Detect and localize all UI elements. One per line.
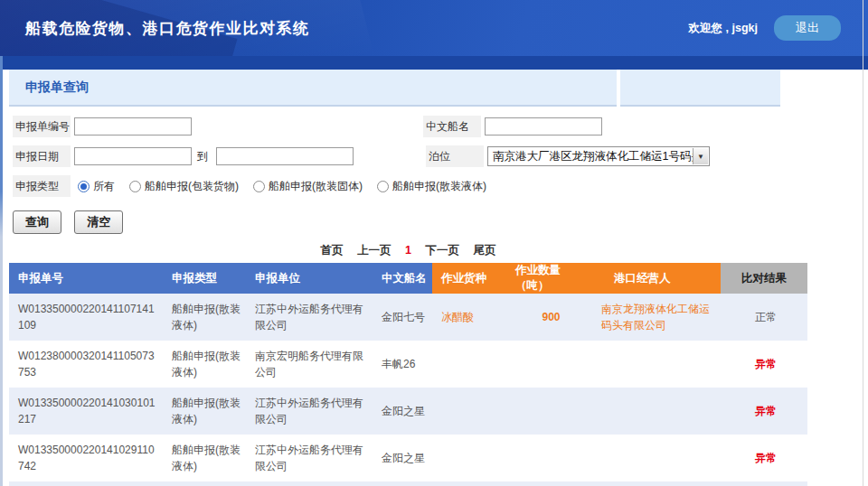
cell-quantity: 600 — [506, 481, 592, 486]
form-row-3: 申报类型 所有 船舶申报(包装货物) 船舶申报(散装固体) 船舶申报(散装液体) — [13, 175, 868, 197]
cell-port-operator — [592, 388, 721, 435]
col-ship-name: 中文船名 — [373, 263, 432, 294]
cell-declaration-no: W012380000320141105073753 — [9, 341, 163, 388]
form-actions: 查询 清空 — [13, 210, 868, 234]
status-badge: 异常 — [755, 358, 777, 370]
date-joiner-label: 到 — [197, 149, 208, 164]
cell-declaration-no: W013350000220141107141109 — [9, 294, 163, 341]
table-row: W013350000220141107141109 船舶申报(散装液体) 江苏中… — [9, 294, 807, 341]
col-port-operator: 港口经营人 — [592, 263, 721, 294]
declaration-no-input[interactable] — [74, 117, 192, 136]
cell-declaration-type: 船舶申报(散装液体) — [163, 435, 246, 481]
declaration-type-radio-group: 所有 船舶申报(包装货物) 船舶申报(散装固体) 船舶申报(散装液体) — [78, 179, 501, 194]
results-table: 申报单号 申报类型 申报单位 中文船名 作业货种 作业数量（吨） 港口经营人 比… — [9, 263, 807, 486]
status-badge: 异常 — [755, 405, 777, 417]
berth-select[interactable]: 南京港大厂港区龙翔液体化工储运1号码头 ▼ — [487, 146, 710, 166]
tab-strip-spacer — [620, 70, 780, 107]
cell-declaration-type: 船舶申报(散装液体) — [163, 388, 246, 435]
radio-option-label: 船舶申报(包装货物) — [145, 179, 239, 194]
cell-cargo-type — [432, 388, 506, 435]
col-cargo-type: 作业货种 — [432, 263, 506, 294]
col-declaration-no: 申报单号 — [9, 263, 163, 294]
cell-port-operator — [592, 341, 721, 388]
declaration-type-label: 申报类型 — [13, 175, 71, 197]
cell-compare-result: 正常 — [721, 294, 807, 341]
radio-option-packaged[interactable]: 船舶申报(包装货物) — [129, 179, 239, 194]
user-area: 欢迎您 , jsgkj 退出 — [689, 15, 868, 41]
table-row: W013350000220141029110742 船舶申报(散装液体) 江苏中… — [9, 435, 807, 481]
cell-declaration-unit: 江西东港航运有限公司 — [246, 481, 373, 486]
cell-ship-name: 金阳之星 — [373, 388, 432, 435]
cell-compare-result: 异常 — [721, 341, 807, 388]
radio-icon[interactable] — [253, 181, 265, 192]
declaration-no-label: 申报单编号 — [13, 116, 71, 137]
pagination-current-page: 1 — [405, 244, 411, 257]
cell-quantity — [506, 435, 592, 481]
date-to-input[interactable] — [216, 147, 354, 165]
cell-port-operator — [592, 435, 721, 481]
app-header: 船载危险货物、港口危货作业比对系统 欢迎您 , jsgkj 退出 — [0, 0, 868, 56]
table-row: W013350000220141030101217 船舶申报(散装液体) 江苏中… — [9, 388, 807, 435]
tab-label: 申报单查询 — [25, 79, 89, 96]
logout-button[interactable]: 退出 — [774, 15, 841, 41]
cell-cargo-type: 甲醇 — [432, 481, 506, 486]
cell-cargo-type — [432, 435, 506, 481]
berth-selected-value: 南京港大厂港区龙翔液体化工储运1号码头 — [493, 149, 703, 164]
form-row-1: 申报单编号 中文船名 — [13, 116, 868, 137]
radio-icon[interactable] — [129, 181, 141, 192]
cell-port-operator: 南京龙翔液体化工储运码头有限公司 — [592, 294, 721, 341]
ship-name-label: 中文船名 — [423, 116, 481, 137]
cell-declaration-no: W013350000220141029110742 — [9, 435, 163, 481]
app-title: 船载危险货物、港口危货作业比对系统 — [0, 18, 310, 39]
cell-cargo-type — [432, 341, 506, 388]
page-left-border — [0, 56, 3, 486]
query-button[interactable]: 查询 — [13, 210, 61, 234]
radio-option-label: 船舶申报(散装固体) — [269, 179, 363, 194]
radio-option-label: 所有 — [93, 179, 115, 194]
table-row: W012380000320141105073753 船舶申报(散装液体) 南京宏… — [9, 341, 807, 388]
radio-option-bulk-liquid[interactable]: 船舶申报(散装液体) — [377, 179, 486, 194]
cell-declaration-type: 船舶申报(散装液体) — [163, 294, 246, 341]
pagination-last[interactable]: 尾页 — [473, 244, 495, 257]
tab-declaration-query[interactable]: 申报单查询 — [9, 70, 617, 107]
cell-declaration-type: 船舶申报(散装液体) — [163, 481, 246, 486]
chevron-down-icon[interactable]: ▼ — [693, 148, 708, 164]
cell-cargo-type: 冰醋酸 — [432, 294, 506, 341]
cell-declaration-unit: 江苏中外运船务代理有限公司 — [246, 388, 373, 435]
clear-button[interactable]: 清空 — [74, 210, 123, 234]
table-header-row: 申报单号 申报类型 申报单位 中文船名 作业货种 作业数量（吨） 港口经营人 比… — [9, 263, 807, 294]
cell-quantity — [506, 341, 592, 388]
radio-option-all[interactable]: 所有 — [78, 179, 115, 194]
welcome-text: 欢迎您 , jsgkj — [689, 21, 758, 36]
radio-option-label: 船舶申报(散装液体) — [392, 179, 486, 194]
col-quantity: 作业数量（吨） — [506, 263, 592, 294]
status-badge: 正常 — [755, 311, 777, 323]
cell-ship-name: 丰帆26 — [373, 341, 432, 388]
ship-name-input[interactable] — [485, 117, 602, 136]
col-declaration-type: 申报类型 — [163, 263, 246, 294]
pagination-first[interactable]: 首页 — [321, 244, 344, 257]
cell-declaration-no: W015140000220141028122151 — [9, 481, 163, 486]
cell-compare-result: 正常 — [721, 481, 807, 486]
cell-declaration-unit: 南京宏明船务代理有限公司 — [246, 341, 373, 388]
radio-icon[interactable] — [377, 181, 389, 192]
cell-quantity — [506, 388, 592, 435]
radio-icon[interactable] — [78, 181, 90, 192]
radio-option-bulk-solid[interactable]: 船舶申报(散装固体) — [253, 179, 363, 194]
cell-declaration-unit: 江苏中外运船务代理有限公司 — [246, 435, 373, 481]
cell-compare-result: 异常 — [721, 388, 807, 435]
cell-declaration-type: 船舶申报(散装液体) — [163, 341, 246, 388]
col-declaration-unit: 申报单位 — [246, 263, 373, 294]
cell-quantity: 900 — [506, 294, 592, 341]
cell-ship-name: 金阳之星 — [373, 435, 432, 481]
pagination-next[interactable]: 下一页 — [425, 244, 459, 257]
cell-compare-result: 异常 — [721, 435, 807, 481]
pagination-prev[interactable]: 上一页 — [357, 244, 392, 257]
col-compare-result: 比对结果 — [721, 263, 807, 294]
header-subbar — [0, 56, 868, 70]
berth-label: 泊位 — [426, 145, 484, 167]
form-row-2: 申报日期 到 泊位 南京港大厂港区龙翔液体化工储运1号码头 ▼ — [13, 145, 868, 167]
cell-declaration-no: W013350000220141030101217 — [9, 388, 163, 435]
cell-port-operator: 南京龙翔液体化工储运码头有限公司 — [592, 481, 721, 486]
date-from-input[interactable] — [74, 147, 192, 165]
